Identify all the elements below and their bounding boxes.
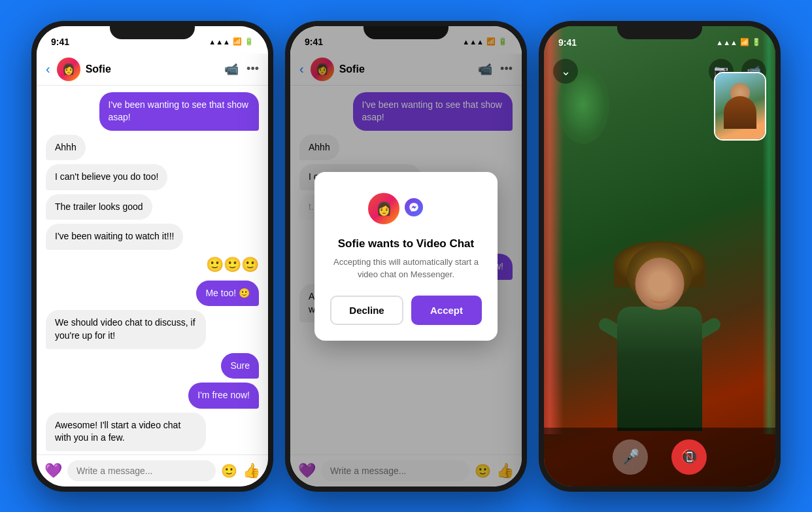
msg-sent-1: I've been wanting to see that show asap! [99, 92, 260, 131]
modal-title: Sofie wants to Video Chat [330, 237, 482, 250]
modal-messenger-icon [403, 197, 424, 218]
battery-icon-1: 🔋 [245, 37, 254, 46]
msg-sent-2: Me too! 🙂 [196, 281, 259, 307]
signal-icon-1: ▲▲▲ [209, 38, 230, 46]
self-video-thumbnail [714, 72, 766, 141]
chat-area-1: I've been wanting to see that show asap!… [37, 86, 268, 454]
nav-bar-1: ‹ 👩 Sofie 📹 ••• [37, 54, 268, 86]
msg-sent-3: Sure [221, 353, 259, 379]
wifi-icon-1: 📶 [233, 37, 242, 46]
video-call-icon-1[interactable]: 📹 [224, 62, 239, 77]
modal-description: Accepting this will automatically start … [330, 256, 482, 281]
msg-recv-5: We should video chat to discuss, if you'… [46, 310, 206, 349]
call-controls: 🎤 📵 [544, 428, 775, 486]
wifi-icon-3: 📶 [740, 38, 749, 46]
end-call-button[interactable]: 📵 [671, 439, 707, 475]
msg-recv-1: Ahhh [46, 135, 86, 161]
back-button-1[interactable]: ‹ [46, 61, 50, 77]
phone-3: 9:41 ▲▲▲ 📶 🔋 ⌄ 📷 📹 [539, 21, 781, 492]
phone-1: 9:41 ▲▲▲ 📶 🔋 ‹ 👩 Sofie 📹 ••• I've been w… [31, 21, 273, 492]
contact-avatar-1: 👩 [57, 58, 80, 81]
time-3: 9:41 [558, 37, 577, 48]
emoji-icon-1[interactable]: 🙂 [221, 463, 237, 479]
notch-3 [617, 21, 702, 39]
msg-sent-emoji: 🙂🙂🙂 [206, 254, 259, 277]
modal-avatars: 👩 [330, 190, 482, 227]
notch-1 [110, 21, 195, 39]
more-options-icon-1[interactable]: ••• [246, 62, 259, 76]
status-icons-1: ▲▲▲ 📶 🔋 [209, 37, 254, 46]
minimize-call-button[interactable]: ⌄ [553, 59, 578, 84]
phone-2: 9:41 ▲▲▲ 📶 🔋 ‹ 👩 Sofie 📹 ••• I've been w… [285, 21, 527, 492]
modal-buttons: Decline Accept [330, 296, 482, 325]
self-video-person [715, 73, 765, 139]
message-input-1[interactable] [67, 460, 216, 481]
msg-recv-3: The trailer looks good [46, 194, 152, 220]
nav-action-icons-1: 📹 ••• [224, 62, 259, 77]
modal-overlay: 👩 Sofie wants to Video Chat Accepting th… [290, 26, 522, 486]
status-icons-3: ▲▲▲ 📶 🔋 [716, 38, 761, 46]
contact-name-1: Sofie [86, 63, 224, 75]
like-icon-1[interactable]: 👍 [243, 462, 260, 479]
msg-recv-4: I've been waiting to watch it!!! [46, 224, 183, 250]
msg-recv-6: Awesome! I'll start a video chat with yo… [46, 413, 206, 451]
battery-icon-3: 🔋 [752, 38, 761, 46]
msg-recv-2: I can't believe you do too! [46, 164, 167, 190]
video-chat-modal: 👩 Sofie wants to Video Chat Accepting th… [314, 172, 498, 341]
sticker-icon-1[interactable]: 💜 [44, 462, 62, 479]
msg-sent-4: I'm free now! [188, 383, 259, 409]
signal-icon-3: ▲▲▲ [716, 39, 737, 46]
mute-microphone-button[interactable]: 🎤 [613, 439, 648, 475]
decline-button[interactable]: Decline [330, 296, 403, 325]
accept-button[interactable]: Accept [411, 296, 482, 325]
time-1: 9:41 [51, 37, 69, 47]
modal-contact-avatar: 👩 [367, 192, 401, 226]
input-bar-1: 💜 🙂 👍 [37, 454, 268, 486]
